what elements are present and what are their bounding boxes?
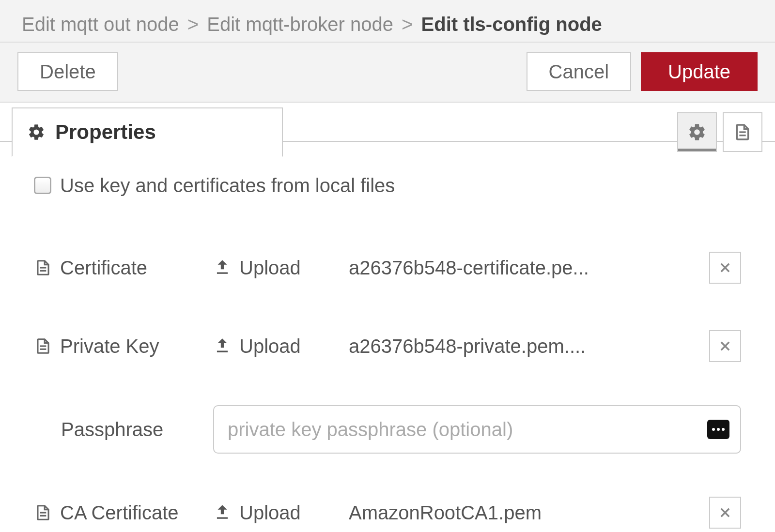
passphrase-label-text: Passphrase bbox=[61, 419, 163, 441]
action-toolbar: Delete Cancel Update bbox=[0, 43, 775, 103]
tab-properties[interactable]: Properties bbox=[12, 107, 283, 157]
certificate-label-text: Certificate bbox=[60, 257, 147, 279]
use-local-files-row: Use key and certificates from local file… bbox=[34, 166, 741, 205]
tab-settings-button[interactable] bbox=[677, 112, 717, 152]
private-key-label: Private Key bbox=[34, 335, 213, 357]
use-local-files-checkbox[interactable] bbox=[34, 177, 51, 194]
upload-icon bbox=[213, 337, 232, 355]
ca-certificate-label-text: CA Certificate bbox=[60, 502, 179, 524]
file-icon bbox=[34, 258, 52, 277]
close-icon bbox=[718, 339, 732, 353]
tab-strip: Properties bbox=[0, 103, 775, 142]
password-reveal-icon[interactable] bbox=[707, 420, 729, 439]
certificate-row: Certificate Upload a26376b548-certificat… bbox=[34, 248, 741, 287]
close-icon bbox=[718, 506, 732, 519]
gear-icon bbox=[687, 122, 707, 142]
use-local-files-label: Use key and certificates from local file… bbox=[60, 175, 395, 197]
breadcrumb-item-current: Edit tls-config node bbox=[421, 14, 602, 35]
file-icon bbox=[733, 122, 752, 142]
file-icon bbox=[34, 337, 52, 355]
ca-certificate-upload-button[interactable]: Upload bbox=[213, 502, 329, 524]
private-key-row: Private Key Upload a26376b548-private.pe… bbox=[34, 327, 741, 365]
cancel-button[interactable]: Cancel bbox=[527, 52, 632, 91]
delete-button[interactable]: Delete bbox=[17, 52, 118, 91]
certificate-label: Certificate bbox=[34, 257, 213, 279]
breadcrumb-separator: > bbox=[402, 14, 413, 35]
breadcrumb: Edit mqtt out node > Edit mqtt-broker no… bbox=[0, 0, 775, 43]
private-key-filename: a26376b548-private.pem.... bbox=[329, 335, 699, 357]
tab-docs-button[interactable] bbox=[723, 112, 762, 152]
tab-properties-label: Properties bbox=[55, 121, 156, 144]
upload-icon bbox=[213, 503, 232, 522]
private-key-clear-button[interactable] bbox=[709, 330, 741, 362]
passphrase-row: Passphrase bbox=[34, 405, 741, 454]
update-button[interactable]: Update bbox=[641, 52, 758, 91]
upload-label: Upload bbox=[239, 502, 301, 524]
private-key-label-text: Private Key bbox=[60, 335, 159, 357]
ca-certificate-row: CA Certificate Upload AmazonRootCA1.pem bbox=[34, 493, 741, 532]
ca-certificate-label: CA Certificate bbox=[34, 502, 213, 524]
upload-icon bbox=[213, 258, 232, 277]
private-key-upload-button[interactable]: Upload bbox=[213, 335, 329, 357]
gear-icon bbox=[27, 123, 46, 141]
upload-label: Upload bbox=[239, 335, 301, 357]
passphrase-label: Passphrase bbox=[34, 419, 213, 441]
passphrase-input[interactable] bbox=[213, 405, 741, 454]
form-body: Use key and certificates from local file… bbox=[0, 142, 775, 532]
ca-certificate-clear-button[interactable] bbox=[709, 497, 741, 529]
certificate-upload-button[interactable]: Upload bbox=[213, 257, 329, 279]
breadcrumb-separator: > bbox=[187, 14, 199, 35]
file-icon bbox=[34, 503, 52, 522]
breadcrumb-item[interactable]: Edit mqtt out node bbox=[22, 14, 179, 35]
upload-label: Upload bbox=[239, 257, 301, 279]
certificate-filename: a26376b548-certificate.pe... bbox=[329, 257, 699, 279]
breadcrumb-item[interactable]: Edit mqtt-broker node bbox=[207, 14, 393, 35]
ca-certificate-filename: AmazonRootCA1.pem bbox=[329, 502, 699, 524]
certificate-clear-button[interactable] bbox=[709, 252, 741, 284]
close-icon bbox=[718, 261, 732, 274]
